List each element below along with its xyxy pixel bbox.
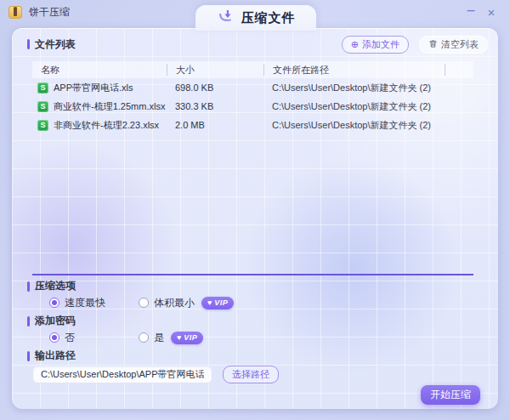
output-path-input[interactable] bbox=[32, 366, 212, 383]
section-accent-bar bbox=[27, 281, 30, 292]
radio-password-yes[interactable]: 是 bbox=[139, 331, 164, 345]
app-icon bbox=[8, 6, 22, 19]
tab-label: 压缩文件 bbox=[241, 10, 296, 26]
add-files-button[interactable]: ⊕ 添加文件 bbox=[342, 36, 409, 54]
minimize-button[interactable]: – bbox=[461, 3, 481, 21]
file-size: 698.0 KB bbox=[167, 82, 264, 93]
download-icon bbox=[217, 8, 234, 28]
compress-options-radio-row: 速度最快 体积最小 ♥ VIP bbox=[49, 294, 234, 311]
section-accent-bar bbox=[27, 351, 30, 361]
column-header-path: 文件所在路径 bbox=[264, 64, 445, 76]
radio-fastest[interactable]: 速度最快 bbox=[49, 296, 139, 310]
start-compress-button[interactable]: 开始压缩 bbox=[421, 385, 480, 405]
table-row[interactable]: S 非商业软件-梳理2.23.xlsx 2.0 MB C:\Users\User… bbox=[32, 116, 473, 134]
file-path: C:\Users\User\Desktop\新建文件夹 (2) bbox=[264, 119, 473, 132]
radio-smallest[interactable]: 体积最小 bbox=[139, 296, 195, 310]
column-header-name: 名称 bbox=[32, 64, 167, 76]
password-radio-row: 否 是 ♥ VIP bbox=[49, 329, 203, 346]
circle-plus-icon: ⊕ bbox=[351, 40, 359, 49]
spreadsheet-file-icon: S bbox=[37, 120, 48, 131]
vip-badge[interactable]: ♥ VIP bbox=[171, 332, 203, 344]
heart-icon: ♥ bbox=[177, 334, 181, 342]
table-header-row: 名称 大小 文件所在路径 bbox=[32, 61, 473, 78]
file-name: APP带官网电话.xls bbox=[54, 82, 133, 94]
section-accent-bar bbox=[27, 39, 30, 49]
radio-password-no[interactable]: 否 bbox=[49, 331, 139, 345]
file-list-table: 名称 大小 文件所在路径 S APP带官网电话.xls 698.0 KB C:\… bbox=[32, 61, 473, 275]
file-name: 商业软件-梳理1.25mm.xlsx bbox=[54, 100, 165, 113]
file-list-section-title: 文件列表 bbox=[27, 37, 76, 52]
zipper-icon bbox=[14, 8, 17, 16]
compress-options-section-title: 压缩选项 bbox=[27, 279, 76, 293]
close-button[interactable]: × bbox=[481, 3, 502, 21]
file-name: 非商业软件-梳理2.23.xlsx bbox=[54, 119, 159, 132]
vip-badge[interactable]: ♥ VIP bbox=[201, 297, 234, 309]
main-panel: 文件列表 ⊕ 添加文件 清空列表 名称 大小 文件所在路径 S APP bbox=[12, 28, 498, 409]
output-path-row: 选择路径 bbox=[32, 365, 279, 383]
heart-icon: ♥ bbox=[207, 299, 212, 307]
spreadsheet-file-icon: S bbox=[37, 101, 48, 112]
radio-selected-icon bbox=[49, 332, 60, 343]
file-list-header: 文件列表 ⊕ 添加文件 清空列表 bbox=[12, 28, 498, 60]
choose-path-button[interactable]: 选择路径 bbox=[223, 366, 279, 383]
radio-selected-icon bbox=[49, 298, 60, 308]
file-size: 330.3 KB bbox=[167, 101, 264, 111]
table-row[interactable]: S 商业软件-梳理1.25mm.xlsx 330.3 KB C:\Users\U… bbox=[32, 97, 473, 116]
password-section-title: 添加密码 bbox=[27, 314, 76, 328]
radio-unselected-icon bbox=[139, 298, 149, 308]
window-title: 饼干压缩 bbox=[29, 5, 70, 20]
tab-compress-file[interactable]: 压缩文件 bbox=[196, 5, 316, 31]
column-header-size: 大小 bbox=[167, 64, 264, 76]
clear-list-button[interactable]: 清空列表 bbox=[419, 36, 488, 54]
output-section-title: 输出路径 bbox=[27, 349, 76, 363]
section-accent-bar bbox=[27, 316, 30, 326]
radio-unselected-icon bbox=[139, 332, 149, 343]
file-path: C:\Users\User\Desktop\新建文件夹 (2) bbox=[264, 82, 473, 94]
spreadsheet-file-icon: S bbox=[37, 82, 48, 94]
table-row[interactable]: S APP带官网电话.xls 698.0 KB C:\Users\User\De… bbox=[32, 78, 473, 97]
trash-icon bbox=[428, 39, 438, 50]
file-size: 2.0 MB bbox=[167, 120, 264, 130]
column-header-end bbox=[445, 64, 473, 76]
file-path: C:\Users\User\Desktop\新建文件夹 (2) bbox=[264, 100, 473, 113]
